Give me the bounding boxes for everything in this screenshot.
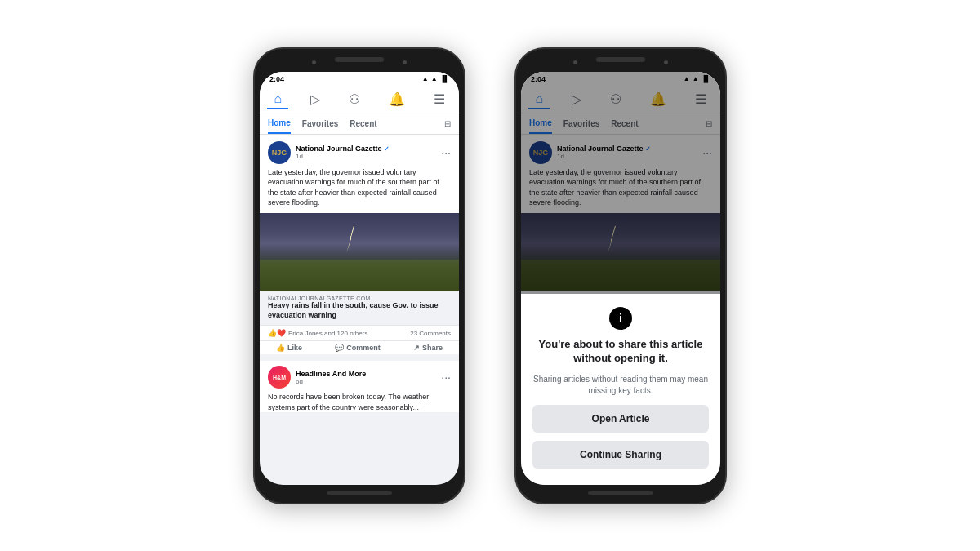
post-header-1: NJG National Journal Gazette ✓ 1d ··· (260, 135, 459, 167)
continue-sharing-button[interactable]: Continue Sharing (532, 441, 709, 469)
signal-icon: ▲ (422, 75, 429, 82)
modal-title: You're about to share this article witho… (532, 338, 709, 366)
like-button[interactable]: 👍 Like (276, 344, 302, 352)
article-source-1: NATIONALJOURNALGAZETTE.COM (268, 295, 451, 301)
speaker-right-right-dot (664, 60, 668, 64)
nav-groups[interactable]: ⚇ (342, 90, 367, 109)
nav-video[interactable]: ▷ (304, 90, 327, 109)
post-author-1: National Journal Gazette ✓ (296, 144, 436, 153)
phone-right: 2:04 ▲ ▲ ▐▌ ⌂ ▷ ⚇ 🔔 ☰ Home Favorites Rec… (514, 47, 727, 504)
post-meta-2: Headlines And More 6d (296, 370, 436, 385)
modal-subtitle: Sharing articles without reading them ma… (532, 374, 709, 397)
post-author-2: Headlines And More (296, 370, 436, 378)
verified-badge-1: ✓ (384, 145, 390, 153)
phone-left-shell: 2:04 ▲ ▲ ▐▌ ⌂ ▷ ⚇ 🔔 ☰ Home Favorites Rec… (253, 47, 466, 504)
filter-tabs-left: Home Favorites Recent ⊟ (260, 113, 459, 135)
speaker-right-dot (403, 60, 407, 64)
like-icon: 👍 (276, 344, 285, 352)
nav-notifications[interactable]: 🔔 (382, 90, 412, 109)
like-emoji: 👍❤️ (268, 329, 286, 337)
status-bar-left: 2:04 ▲ ▲ ▐▌ (260, 72, 459, 85)
share-button[interactable]: ↗ Share (413, 344, 443, 352)
status-icons-left: ▲ ▲ ▐▌ (422, 75, 449, 82)
battery-icon: ▐▌ (440, 75, 449, 82)
filter-icon[interactable]: ⊟ (444, 119, 451, 128)
post-more-2[interactable]: ··· (441, 371, 451, 384)
tab-recent[interactable]: Recent (350, 114, 376, 133)
reaction-text-1: Erica Jones and 120 others (288, 330, 368, 337)
post-time-1: 1d (296, 153, 436, 160)
post-more-1[interactable]: ··· (441, 146, 451, 159)
comment-button[interactable]: 💬 Comment (335, 344, 381, 352)
speaker-right-left-dot (573, 60, 577, 64)
post-time-2: 6d (296, 378, 436, 385)
phone-left: 2:04 ▲ ▲ ▐▌ ⌂ ▷ ⚇ 🔔 ☰ Home Favorites Rec… (253, 47, 466, 504)
post-header-2: H&M Headlines And More 6d ··· (260, 361, 459, 392)
fb-nav-left: ⌂ ▷ ⚇ 🔔 ☰ (260, 85, 459, 113)
avatar-ham: H&M (268, 366, 291, 389)
post-text-1: Late yesterday, the governor issued volu… (260, 167, 459, 213)
storm-image-1 (260, 213, 459, 291)
phone-left-screen: 2:04 ▲ ▲ ▐▌ ⌂ ▷ ⚇ 🔔 ☰ Home Favorites Rec… (260, 72, 459, 485)
feed-left: NJG National Journal Gazette ✓ 1d ··· La… (260, 135, 459, 485)
tab-favorites[interactable]: Favorites (302, 114, 338, 133)
article-preview-1[interactable]: NATIONALJOURNALGAZETTE.COM Heavy rains f… (260, 291, 459, 325)
article-title-1: Heavy rains fall in the south, cause Gov… (268, 301, 451, 320)
nav-menu[interactable]: ☰ (427, 90, 452, 109)
tab-home[interactable]: Home (268, 113, 291, 134)
nav-home[interactable]: ⌂ (267, 90, 288, 109)
post-card-1: NJG National Journal Gazette ✓ 1d ··· La… (260, 135, 459, 355)
post-actions-1: 👍 Like 💬 Comment ↗ Share (260, 341, 459, 354)
post-meta-1: National Journal Gazette ✓ 1d (296, 144, 436, 160)
reaction-info-1: 👍❤️ Erica Jones and 120 others (268, 329, 368, 337)
speaker-left-dot (312, 60, 316, 64)
wifi-icon: ▲ (431, 75, 438, 82)
post-reactions-1: 👍❤️ Erica Jones and 120 others 23 Commen… (260, 325, 459, 341)
post-card-2: H&M Headlines And More 6d ··· No records… (260, 361, 459, 412)
avatar-njg: NJG (268, 141, 291, 164)
time-left: 2:04 (270, 75, 284, 83)
open-article-button[interactable]: Open Article (532, 405, 709, 433)
share-icon: ↗ (413, 344, 420, 352)
comments-count-1: 23 Comments (410, 330, 451, 337)
post-text-2: No records have been broken today. The w… (260, 392, 459, 412)
modal-info-icon: i (609, 307, 632, 330)
phone-right-shell: 2:04 ▲ ▲ ▐▌ ⌂ ▷ ⚇ 🔔 ☰ Home Favorites Rec… (514, 47, 727, 504)
comment-icon: 💬 (335, 344, 344, 352)
share-modal: i You're about to share this article wit… (521, 294, 720, 485)
storm-clouds (260, 213, 459, 264)
